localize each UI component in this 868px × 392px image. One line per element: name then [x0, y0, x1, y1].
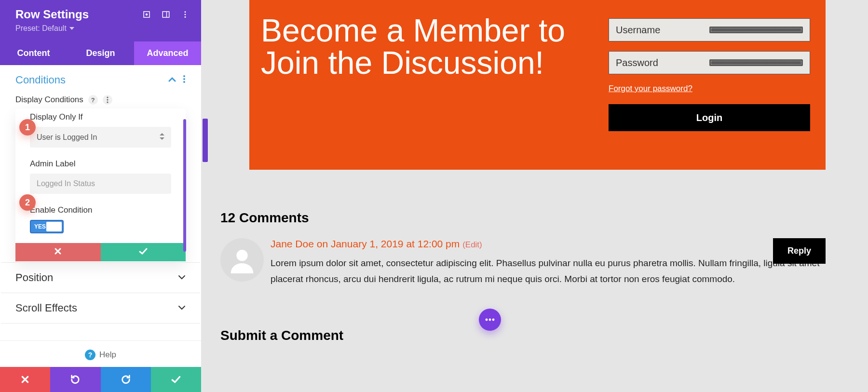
comment-author[interactable]: Jane Doe — [271, 238, 314, 249]
svg-marker-14 — [160, 133, 164, 135]
field-icon — [709, 59, 803, 66]
comment-meta: Jane Doe on January 1, 2019 at 12:00 pm … — [271, 238, 826, 250]
field-icon — [709, 27, 803, 33]
help-icon[interactable]: ? — [88, 95, 98, 105]
svg-point-5 — [185, 14, 186, 15]
section-title: Conditions — [15, 74, 168, 86]
section-conditions-header[interactable]: Conditions — [0, 65, 201, 95]
display-conditions-label: Display Conditions — [15, 95, 83, 105]
password-placeholder: Password — [616, 57, 709, 68]
svg-rect-2 — [163, 12, 169, 17]
chevron-down-icon — [178, 304, 186, 312]
preset-label: Preset: Default — [15, 24, 67, 33]
dock-icon[interactable] — [162, 10, 170, 19]
fullscreen-icon[interactable] — [142, 10, 151, 19]
panel-header: Row Settings Preset: Default — [0, 0, 201, 41]
page-preview: Become a Member to Join the Discussion! … — [201, 0, 868, 392]
panel-body: Conditions Display Conditions ? — [0, 65, 201, 340]
section-title: Position — [15, 271, 178, 284]
chevron-down-icon — [178, 273, 186, 282]
username-input[interactable]: Username — [609, 18, 810, 41]
reply-button[interactable]: Reply — [773, 238, 826, 264]
help-link[interactable]: ? Help — [0, 340, 201, 367]
comments-section: 12 Comments Jane Doe on January 1, 2019 … — [220, 210, 826, 287]
panel-tabs: Content Design Advanced — [0, 41, 201, 65]
login-button[interactable]: Login — [609, 104, 810, 131]
hero-section: Become a Member to Join the Discussion! … — [249, 0, 826, 170]
svg-point-11 — [107, 96, 108, 98]
toggle-knob — [46, 222, 62, 231]
password-input[interactable]: Password — [609, 51, 810, 74]
svg-point-4 — [185, 11, 186, 13]
display-only-if-label: Display Only If — [30, 112, 171, 122]
builder-handle[interactable] — [203, 119, 208, 162]
svg-marker-7 — [69, 27, 74, 30]
tab-design[interactable]: Design — [67, 41, 134, 65]
footer-actions — [0, 367, 201, 392]
comment-item: Jane Doe on January 1, 2019 at 12:00 pm … — [220, 238, 826, 287]
login-form: Username Password Forgot your password? … — [609, 0, 826, 170]
conditions-body: Display Conditions ? Display Only If Use… — [0, 95, 201, 262]
svg-point-10 — [183, 81, 185, 83]
select-value: User is Logged In — [37, 133, 97, 142]
card-cancel-button[interactable] — [15, 243, 101, 261]
svg-point-21 — [486, 319, 488, 321]
card-confirm-button[interactable] — [101, 243, 186, 261]
section-title: Scroll Effects — [15, 302, 178, 314]
section-scroll-effects-header[interactable]: Scroll Effects — [0, 293, 201, 323]
settings-panel: Row Settings Preset: Default Content Des… — [0, 0, 201, 392]
footer-redo-button[interactable] — [101, 367, 151, 392]
comment-text: Lorem ipsum dolor sit amet, consectetur … — [271, 256, 826, 287]
display-conditions-row: Display Conditions ? — [15, 95, 186, 105]
svg-point-22 — [489, 319, 491, 321]
card-actions — [15, 243, 186, 261]
toggle-value: YES — [34, 223, 46, 230]
builder-fab[interactable] — [479, 309, 501, 331]
condition-card: Display Only If User is Logged In Admin … — [15, 108, 186, 262]
help-label: Help — [99, 350, 116, 360]
svg-point-12 — [107, 99, 108, 100]
section-more-icon[interactable] — [183, 75, 186, 85]
footer-save-button[interactable] — [151, 367, 201, 392]
preset-selector[interactable]: Preset: Default — [15, 24, 190, 33]
chevron-up-icon — [168, 76, 176, 84]
help-icon: ? — [85, 350, 95, 360]
hero-title: Become a Member to Join the Discussion! — [261, 14, 609, 80]
more-icon[interactable] — [181, 10, 190, 19]
display-only-if-select[interactable]: User is Logged In — [30, 127, 171, 148]
comment-edit-link[interactable]: (Edit) — [462, 240, 482, 249]
svg-point-6 — [185, 16, 186, 18]
svg-point-20 — [236, 250, 247, 261]
select-chevron-icon — [160, 133, 164, 142]
avatar — [220, 238, 264, 282]
svg-marker-15 — [160, 137, 164, 140]
username-placeholder: Username — [616, 25, 709, 36]
tab-advanced[interactable]: Advanced — [134, 41, 201, 65]
admin-label-label: Admin Label — [30, 159, 171, 169]
enable-condition-label: Enable Condition — [30, 205, 171, 215]
tab-content[interactable]: Content — [0, 41, 67, 65]
svg-point-13 — [107, 101, 108, 103]
step-badge-2: 2 — [19, 194, 36, 211]
card-accent — [183, 119, 186, 252]
step-badge-1: 1 — [19, 119, 36, 135]
svg-point-1 — [146, 14, 148, 15]
submit-comment-heading: Submit a Comment — [220, 328, 343, 343]
svg-point-23 — [492, 319, 495, 321]
field-more-icon[interactable] — [103, 95, 112, 105]
forgot-password-link[interactable]: Forgot your password? — [609, 84, 692, 93]
footer-cancel-button[interactable] — [0, 367, 50, 392]
comment-meta-rest: on January 1, 2019 at 12:00 pm — [314, 238, 462, 249]
svg-point-9 — [183, 78, 185, 80]
footer-undo-button[interactable] — [50, 367, 100, 392]
panel-title: Row Settings — [15, 8, 142, 21]
svg-point-8 — [183, 75, 185, 77]
enable-condition-toggle[interactable]: YES — [30, 220, 64, 233]
section-position-header[interactable]: Position — [0, 263, 201, 293]
admin-label-value: Logged In Status — [37, 179, 95, 188]
comments-heading: 12 Comments — [220, 210, 826, 226]
admin-label-input[interactable]: Logged In Status — [30, 174, 171, 194]
